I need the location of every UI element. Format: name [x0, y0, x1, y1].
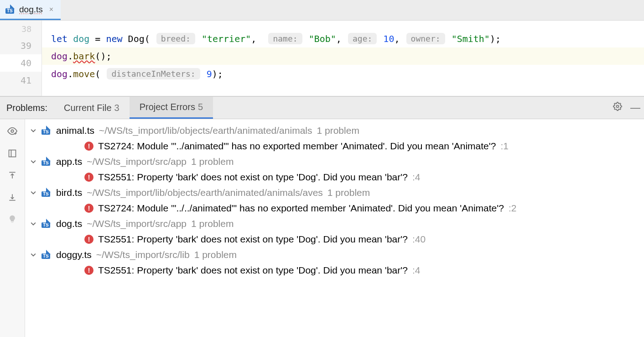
error-line: :4	[412, 172, 421, 183]
ts-file-icon: TS	[42, 126, 52, 135]
error-item[interactable]: !TS2551: Property 'bark' does not exist …	[25, 169, 644, 185]
file-name: doggy.ts	[56, 249, 92, 260]
error-icon: !	[84, 173, 93, 182]
tab-label: Current File	[64, 103, 111, 113]
ts-file-icon: TS	[5, 5, 16, 14]
error-message: TS2551: Property 'bark' does not exist o…	[98, 265, 408, 276]
file-node[interactable]: TSbird.ts~/WS/ts_import/lib/objects/eart…	[25, 185, 644, 200]
collapse-all-icon[interactable]	[8, 193, 17, 205]
tab-current-file[interactable]: Current File 3	[54, 97, 130, 119]
tab-count: 5	[198, 102, 203, 112]
file-node[interactable]: TSdoggy.ts~/WS/ts_import/src/lib1 proble…	[25, 247, 644, 263]
problem-count: 1 problem	[317, 125, 359, 136]
editor-tab-dog-ts[interactable]: TS dog.ts ×	[0, 0, 61, 20]
svg-point-0	[617, 105, 619, 108]
problems-tree[interactable]: TSanimal.ts~/WS/ts_import/lib/objects/ea…	[25, 119, 644, 337]
error-item[interactable]: !TS2724: Module '"../animated"' has no e…	[25, 138, 644, 154]
code-editor[interactable]: 38 39 40 41 let dog = new Dog( breed: "t…	[0, 21, 644, 96]
tab-label: Project Errors	[140, 102, 195, 112]
tab-count: 3	[114, 103, 119, 113]
chevron-down-icon[interactable]	[30, 189, 37, 196]
code-body[interactable]: let dog = new Dog( breed: "terrier", nam…	[42, 21, 644, 96]
chevron-down-icon[interactable]	[30, 158, 37, 165]
file-name: dog.ts	[56, 218, 82, 229]
problems-toolbar	[0, 119, 25, 337]
code-line: dog.move( distanceInMeters: 9);	[42, 65, 644, 83]
file-node[interactable]: TSapp.ts~/WS/ts_import/src/app1 problem	[25, 154, 644, 169]
error-icon: !	[84, 142, 93, 151]
settings-icon[interactable]	[613, 102, 622, 114]
line-number: 38	[0, 24, 42, 37]
ts-file-icon: TS	[42, 251, 52, 259]
code-line: let dog = new Dog( breed: "terrier", nam…	[42, 30, 644, 47]
file-node[interactable]: TSanimal.ts~/WS/ts_import/lib/objects/ea…	[25, 123, 644, 138]
close-tab-icon[interactable]: ×	[49, 5, 53, 14]
error-line: :1	[500, 141, 509, 152]
error-message: TS2551: Property 'bark' does not exist o…	[98, 234, 408, 245]
file-node[interactable]: TSdog.ts~/WS/ts_import/src/app1 problem	[25, 216, 644, 232]
problems-title: Problems:	[0, 97, 54, 119]
code-line: dog.bark();	[42, 47, 644, 65]
file-name: bird.ts	[56, 187, 82, 198]
eye-icon[interactable]	[7, 126, 17, 139]
ts-file-icon: TS	[42, 220, 52, 228]
file-name: app.ts	[56, 156, 82, 167]
problem-count: 1 problem	[191, 218, 234, 229]
error-icon: !	[84, 204, 93, 213]
file-path: ~/WS/ts_import/src/app	[87, 156, 187, 167]
tab-project-errors[interactable]: Project Errors 5	[130, 97, 213, 119]
error-item[interactable]: !TS2551: Property 'bark' does not exist …	[25, 263, 644, 278]
bulb-icon[interactable]	[8, 215, 17, 226]
error-line: :40	[412, 234, 426, 245]
error-message: TS2724: Module '"../animated"' has no ex…	[98, 141, 496, 152]
line-number: 39	[0, 37, 42, 54]
error-message: TS2551: Property 'bark' does not exist o…	[98, 172, 408, 183]
chevron-down-icon[interactable]	[30, 127, 37, 134]
problem-count: 1 problem	[191, 156, 234, 167]
line-gutter: 38 39 40 41	[0, 21, 42, 96]
line-number: 40	[0, 54, 42, 72]
svg-rect-2	[9, 150, 16, 157]
ts-file-icon: TS	[42, 158, 52, 166]
code-line	[42, 24, 644, 30]
file-path: ~/WS/ts_import/lib/objects/earth/animate…	[99, 125, 312, 136]
expand-all-icon[interactable]	[8, 171, 17, 183]
problem-count: 1 problem	[194, 249, 237, 260]
error-line: :4	[412, 265, 421, 276]
error-item[interactable]: !TS2551: Property 'bark' does not exist …	[25, 232, 644, 247]
problems-tab-bar: Problems: Current File 3 Project Errors …	[0, 96, 644, 119]
svg-point-1	[11, 130, 14, 132]
line-number: 41	[0, 72, 42, 89]
editor-tab-label: dog.ts	[19, 5, 43, 15]
error-icon: !	[84, 235, 93, 244]
file-path: ~/WS/ts_import/src/app	[87, 218, 187, 229]
error-icon: !	[84, 266, 93, 275]
editor-tab-bar: TS dog.ts ×	[0, 0, 644, 21]
error-message: TS2724: Module '"../../animated"' has no…	[98, 203, 504, 214]
problem-count: 1 problem	[327, 187, 370, 198]
file-path: ~/WS/ts_import/src/lib	[96, 249, 190, 260]
problems-panel: TSanimal.ts~/WS/ts_import/lib/objects/ea…	[0, 119, 644, 337]
file-name: animal.ts	[56, 125, 94, 136]
layout-icon[interactable]	[8, 149, 17, 161]
chevron-down-icon[interactable]	[30, 251, 37, 258]
chevron-down-icon[interactable]	[30, 220, 37, 227]
ts-file-icon: TS	[42, 189, 52, 197]
error-item[interactable]: !TS2724: Module '"../../animated"' has n…	[25, 200, 644, 216]
file-path: ~/WS/ts_import/lib/objects/earth/animate…	[87, 187, 323, 198]
minimize-icon[interactable]: —	[630, 102, 640, 114]
error-line: :2	[509, 203, 517, 214]
